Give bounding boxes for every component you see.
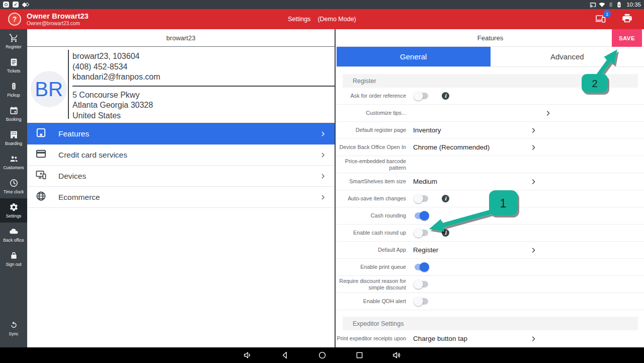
setting-label: Enable print queue [337,264,406,270]
sidebar-item-tickets[interactable]: Tickets [0,53,27,78]
tab-general[interactable]: General [337,47,491,66]
store-contact-card: BR browart23, 103604(408) 452-8534kbanda… [27,47,335,123]
setting-label: Enable cash round up [337,230,406,236]
setting-label: Ask for order reference [337,93,406,99]
sidebar-item-sync[interactable]: Sync [0,316,27,340]
features-tabs: General Advanced [337,47,644,67]
pickup-icon [9,82,19,91]
sync-icon [9,320,19,330]
info-icon[interactable]: i [442,92,449,100]
chevron-right-icon [319,173,327,180]
chevron-right-icon[interactable] [530,178,537,185]
help-icon[interactable]: ? [8,13,21,26]
app-screen: ✓ 10:35 ? Owner Browart23 Owner@browart2… [0,0,644,363]
back-icon[interactable] [280,350,290,360]
sidebar-item-time-clock[interactable]: Time clock [0,174,27,198]
setting-label: Cash rounding [337,212,406,219]
recents-icon[interactable] [355,350,364,360]
sidebar-item-label: Booking [6,117,22,122]
connected-devices-button[interactable]: 1 [594,13,607,25]
info-icon[interactable]: i [442,195,449,202]
clock-icon [9,178,19,188]
menu-item-ecommerce[interactable]: Ecommerce [27,187,335,208]
menu-item-label: Devices [58,172,86,181]
setting-row-print-expeditor-receipts-upon: Print expeditor receipts uponCharge butt… [337,330,644,347]
sidebar-item-label: Sync [9,331,19,336]
setting-value: Charge button tap [413,335,467,342]
header-settings-label: Settings [288,16,310,23]
status-notification-icons: ✓ [3,2,29,8]
setting-row-customize-tips: Customize tips... [337,105,644,122]
card-icon [35,148,47,162]
address-line: Atlanta Georgia 30328 [72,100,335,111]
store-contact-info: browart23, 103604(408) 452-8534kbandari2… [72,50,335,87]
account-summary: Owner Browart23 Owner@browart23.com [27,12,89,26]
chevron-right-icon[interactable] [530,246,537,254]
setting-value: Inventory [413,126,441,134]
setting-label: SmartShelves item size [337,178,406,185]
toggle-off[interactable] [415,230,428,236]
toggle-off[interactable] [415,298,428,305]
sidebar-item-label: Time clock [4,189,24,194]
setting-row-device-back-office-open-in: Device Back Office Open InChrome (Recomm… [337,139,644,156]
section-header-register: Register [343,74,638,88]
menu-item-label: Credit card services [58,151,127,160]
sim-icon [608,2,614,8]
toggle-on[interactable] [415,264,428,270]
android-status-bar: ✓ 10:35 [0,0,644,9]
chevron-right-icon[interactable] [530,143,537,151]
chevron-right-icon[interactable] [544,109,552,117]
sidebar-item-label: Customers [3,165,24,170]
cart-icon [9,33,19,43]
section-header-expeditor-settings: Expeditor Settings [343,317,638,330]
menu-item-credit-card-services[interactable]: Credit card services [27,144,335,166]
sidebar-item-pickup[interactable]: Pickup [0,78,27,102]
toggle-on[interactable] [415,212,428,219]
sidebar-item-booking[interactable]: Booking [0,102,27,126]
calendar-icon [9,106,19,115]
store-address: 5 Concourse PkwyAtlanta Georgia 30328Uni… [72,87,335,121]
app-header: ? Owner Browart23 Owner@browart23.com Se… [0,9,644,29]
chevron-right-icon [319,194,327,201]
sidebar-item-sign-out[interactable]: Sign out [0,247,27,271]
setting-row-auto-save-item-changes: Auto-save item changesi [337,190,644,207]
toggle-off[interactable] [415,281,428,287]
setting-label: Enable QOH alert [337,298,406,305]
sidebar-item-customers[interactable]: Customers [0,150,27,174]
sidebar-item-label: Tickets [7,68,21,74]
menu-item-features[interactable]: Features [27,123,335,144]
sidebar-item-register[interactable]: Register [0,29,27,53]
sidebar-item-boarding[interactable]: Boarding [0,126,27,150]
setting-label: Default App [337,247,406,253]
menu-item-devices[interactable]: Devices [27,166,335,187]
setting-label: Price-embedded barcode pattern [337,158,406,171]
setting-label: Print expeditor receipts upon [337,335,406,342]
sidebar-item-settings[interactable]: Settings [0,198,27,223]
contact-line: kbandari2@franpos.com [72,72,335,83]
chevron-right-icon[interactable] [530,335,537,342]
store-settings-menu: FeaturesCredit card servicesDevicesEcomm… [27,123,335,208]
chevron-right-icon[interactable] [530,126,537,134]
gear-icon [9,202,19,212]
sidebar-item-label: Boarding [5,141,22,146]
sidebar-item-label: Sign out [6,262,21,267]
tab-advanced[interactable]: Advanced [491,47,644,66]
chevron-right-icon [319,152,327,159]
sidebar-item-label: Settings [6,213,22,219]
people-icon [9,154,19,164]
toggle-off[interactable] [415,195,428,202]
toggle-off[interactable] [415,93,428,99]
print-button[interactable] [621,13,633,26]
volume-up-icon[interactable] [392,350,401,360]
setting-label: Default register page [337,127,406,133]
cloud-icon [9,227,19,236]
setting-label: Customize tips... [337,110,406,116]
store-panel: browart23 BR browart23, 103604(408) 452-… [27,29,336,347]
save-button[interactable]: SAVE [612,29,642,47]
home-icon[interactable] [317,350,327,360]
info-icon[interactable]: i [442,229,449,237]
volume-down-icon[interactable] [243,350,253,360]
printer-icon [621,13,633,24]
setting-row-smartshelves-item-size: SmartShelves item sizeMedium [337,173,644,190]
sidebar-item-back-office[interactable]: Back office [0,223,27,247]
